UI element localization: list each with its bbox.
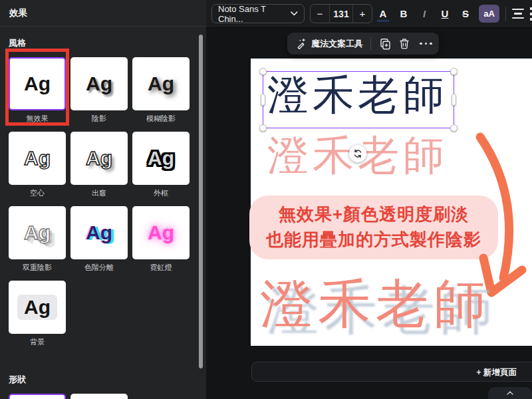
effect-sample-hollow: Ag <box>24 148 51 168</box>
shape-cell-1 <box>70 394 128 399</box>
selection-handle-bottom-left[interactable] <box>259 124 267 132</box>
effect-label-bgchip: 背景 <box>9 337 66 347</box>
selection-box[interactable] <box>263 71 454 128</box>
effect-tile-neon[interactable]: Ag <box>132 206 190 259</box>
effect-cell-neon: Ag霓虹燈 <box>132 206 190 273</box>
collapse-pages-tab[interactable] <box>488 387 532 399</box>
effect-label-splice: 出竅 <box>70 188 128 198</box>
effect-tile-splice[interactable]: Ag <box>70 132 128 185</box>
more-options-icon[interactable] <box>420 43 432 45</box>
magic-write-button[interactable]: 魔法文案工具 <box>311 38 363 50</box>
chevron-up-icon <box>507 391 513 395</box>
effect-sample-bgchip: Ag <box>17 295 57 320</box>
effect-tile-double[interactable]: Ag <box>9 206 66 259</box>
effect-label-glitch: 色階分離 <box>70 263 128 273</box>
selection-handle-right[interactable] <box>452 94 456 106</box>
element-context-toolbar: 魔法文案工具 <box>287 33 439 55</box>
effect-sample-blur: Ag <box>148 74 174 94</box>
effects-panel-header: 效果 <box>0 0 206 27</box>
add-page-bar[interactable]: + 新增頁面 <box>251 362 532 382</box>
effect-cell-splice: Ag出竅 <box>70 132 128 198</box>
style-section-label: 風格 <box>9 37 206 49</box>
shape-tile-grid <box>9 394 190 399</box>
effect-sample-double: Ag <box>24 223 51 243</box>
effect-sample-shadow: Ag <box>86 74 112 94</box>
effect-tile-glitch[interactable]: Ag <box>70 206 128 259</box>
effect-label-neon: 霓虹燈 <box>132 263 190 273</box>
font-family-select[interactable]: Noto Sans T Chin... <box>211 4 305 23</box>
duplicate-icon[interactable] <box>378 37 391 50</box>
shape-tile-0[interactable] <box>9 394 66 399</box>
text-case-button[interactable]: aA <box>479 5 499 23</box>
effect-cell-shadow: Ag陰影 <box>70 57 128 124</box>
effect-label-double: 双重陰影 <box>9 263 66 273</box>
text-align-button[interactable] <box>512 9 524 19</box>
style-tile-grid: Ag無效果Ag陰影Ag模糊陰影Ag空心Ag出竅Ag外框Ag双重陰影Ag色階分離A… <box>9 57 190 347</box>
effect-sample-glitch: Ag <box>86 223 112 243</box>
text-toolbar: Noto Sans T Chin... − 131 + A B I U S aA <box>206 0 532 28</box>
rotate-icon <box>353 149 362 158</box>
add-page-button[interactable]: + 新增頁面 <box>476 367 517 378</box>
sidebar-scrollbar[interactable] <box>199 35 203 368</box>
effect-cell-double: Ag双重陰影 <box>9 206 66 273</box>
selection-handle-left[interactable] <box>261 94 265 106</box>
effect-label-blur: 模糊陰影 <box>132 114 190 124</box>
context-toolbar-divider <box>370 37 371 50</box>
text-color-label: A <box>380 8 387 19</box>
rotate-handle[interactable] <box>349 145 366 162</box>
editor-canvas: 魔法文案工具 澄禾老師 澄禾老師 <box>206 28 532 399</box>
effect-label-none: 無效果 <box>9 114 66 124</box>
effect-cell-hollow: Ag空心 <box>9 132 66 198</box>
effect-label-shadow: 陰影 <box>70 114 128 124</box>
effect-cell-blur: Ag模糊陰影 <box>132 57 190 124</box>
effect-tile-bgchip[interactable]: Ag <box>9 281 66 334</box>
selection-handle-top-right[interactable] <box>450 68 458 75</box>
format-buttons: A B I U S aA <box>376 4 532 23</box>
trash-icon[interactable] <box>398 38 410 50</box>
text-color-swatch <box>377 20 389 23</box>
italic-button[interactable]: I <box>417 8 432 19</box>
effect-tile-outline[interactable]: Ag <box>132 132 190 185</box>
annotation-callout: 無效果+顏色透明度刷淡 也能用疊加的方式製作陰影 <box>249 196 498 259</box>
effect-cell-bgchip: Ag背景 <box>9 281 66 347</box>
chevron-down-icon <box>291 11 298 16</box>
magic-wand-icon[interactable] <box>294 37 307 50</box>
text-color-button[interactable]: A <box>376 8 390 19</box>
effect-label-outline: 外框 <box>132 188 190 198</box>
effect-cell-none: Ag無效果 <box>9 57 66 124</box>
underline-button[interactable]: U <box>438 8 452 19</box>
selection-handle-top-left[interactable] <box>259 68 267 75</box>
bold-button[interactable]: B <box>396 8 411 19</box>
shape-cell-0 <box>9 394 66 399</box>
font-size-stepper: − 131 + <box>310 4 372 23</box>
effect-tile-none[interactable]: Ag <box>9 57 66 110</box>
effect-cell-outline: Ag外框 <box>132 132 190 198</box>
effect-sample-outline: Ag <box>148 148 174 168</box>
font-family-value: Noto Sans T Chin... <box>218 4 291 24</box>
effect-tile-shadow[interactable]: Ag <box>70 57 128 110</box>
effect-cell-glitch: Ag色階分離 <box>70 206 128 273</box>
annotation-line1: 無效果+顏色透明度刷淡 <box>249 201 498 227</box>
effect-sample-splice: Ag <box>86 148 112 168</box>
effect-sample-none: Ag <box>24 74 51 94</box>
effect-tile-blur[interactable]: Ag <box>132 57 190 110</box>
text-element-shadowed[interactable]: 澄禾老師 <box>260 275 491 333</box>
effect-sample-neon: Ag <box>148 223 174 243</box>
panel-title: 效果 <box>9 7 27 19</box>
font-size-increase-button[interactable]: + <box>353 5 372 23</box>
annotation-line2: 也能用疊加的方式製作陰影 <box>249 227 498 252</box>
effects-panel: 效果 風格 Ag無效果Ag陰影Ag模糊陰影Ag空心Ag出竅Ag外框Ag双重陰影A… <box>0 0 206 399</box>
shape-tile-1[interactable] <box>70 394 128 399</box>
selection-handle-bottom-right[interactable] <box>450 124 458 132</box>
design-page[interactable]: 澄禾老師 澄禾老師 無效果+顏色透明度刷淡 也能用疊加的方式製作陰影 <box>251 59 532 346</box>
toolbar-divider <box>505 7 506 21</box>
font-size-decrease-button[interactable]: − <box>311 5 329 23</box>
strikethrough-button[interactable]: S <box>458 8 473 19</box>
shape-section-label: 形狀 <box>9 374 206 386</box>
effect-label-hollow: 空心 <box>9 188 66 198</box>
effect-tile-hollow[interactable]: Ag <box>9 132 66 185</box>
font-size-value[interactable]: 131 <box>329 5 353 23</box>
